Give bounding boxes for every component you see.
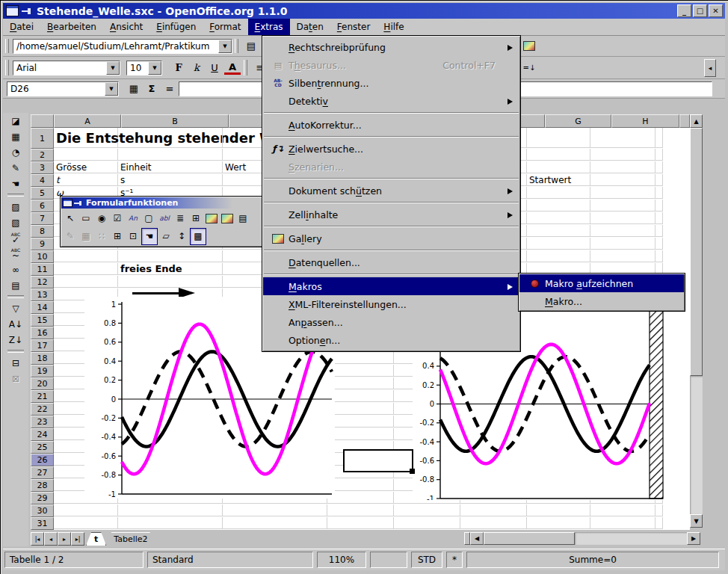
cell-G3[interactable] (527, 161, 590, 173)
row-header-17[interactable]: 17 (31, 339, 54, 352)
menu-item-rechtschreibpr-fung[interactable]: Rechtschreibprüfung (263, 38, 519, 56)
row-header-19[interactable]: 19 (31, 365, 54, 377)
cell-D30[interactable] (327, 504, 394, 516)
cell-F30[interactable] (460, 504, 527, 516)
row-header-14[interactable]: 14 (31, 301, 54, 314)
menu-item-anpassen[interactable]: Anpassen... (263, 313, 519, 331)
form-functions-toolbar[interactable]: Formularfunktionen ↖▭◉☑An▢abl≣⊞▤ ✎▦∷⊞⊡☚▱… (60, 196, 265, 247)
vertical-scroll-thumb[interactable] (690, 128, 703, 376)
cell-stub1[interactable] (655, 128, 663, 148)
cell-A4[interactable]: t (54, 174, 118, 186)
status-modified[interactable]: * (446, 552, 463, 568)
resize-handle[interactable] (410, 469, 415, 474)
design-mode-icon[interactable]: ☚ (141, 228, 158, 245)
row-header-15[interactable]: 15 (31, 314, 54, 327)
menubar-item-einfügen[interactable]: Einfügen (149, 19, 203, 35)
menubar-item-bearbeiten[interactable]: Bearbeiten (40, 19, 103, 35)
filter-icon[interactable]: ▽ (6, 300, 25, 316)
cell-G4[interactable]: Startwert (527, 174, 590, 186)
row-header-2[interactable]: 2 (31, 149, 54, 161)
row-header-11[interactable]: 11 (31, 263, 54, 276)
cell-B30[interactable] (118, 504, 223, 516)
scroll-left-icon[interactable]: ◀ (470, 532, 484, 545)
row-header-27[interactable]: 27 (31, 466, 54, 479)
edit-file-icon[interactable]: ▤ (243, 39, 259, 54)
horizontal-scroll-thumb[interactable] (484, 532, 575, 545)
insert-icon[interactable]: ◪ (6, 113, 25, 129)
cell-D31[interactable] (327, 517, 394, 529)
cell-H30[interactable] (590, 504, 655, 516)
last-sheet-button[interactable]: ▸| (71, 532, 84, 546)
bold-button[interactable]: F (170, 61, 187, 75)
cell-D24[interactable] (327, 428, 394, 440)
row-header-24[interactable]: 24 (31, 428, 54, 441)
cell-B12[interactable] (118, 276, 223, 288)
cell-B31[interactable] (118, 517, 223, 529)
select-icon[interactable]: ↖ (63, 211, 78, 226)
menubar-item-hilfe[interactable]: Hilfe (377, 19, 410, 35)
cell-B11[interactable]: freies Ende (118, 263, 223, 275)
column-header-stub[interactable] (679, 114, 690, 128)
chevron-down-icon[interactable]: ▼ (148, 61, 161, 75)
toolbar-grip[interactable] (5, 39, 9, 53)
row-header-5[interactable]: 5 (31, 187, 54, 200)
cell-stub10[interactable] (655, 250, 663, 262)
cell-C30[interactable] (223, 504, 327, 516)
prev-sheet-button[interactable]: ◂ (44, 532, 58, 546)
cell-B10[interactable] (118, 250, 223, 262)
spellcheck-icon[interactable]: ABC✓ (6, 230, 25, 246)
row-header-31[interactable]: 31 (31, 517, 54, 530)
cell-A30[interactable] (54, 504, 118, 516)
chevron-down-icon[interactable]: ▼ (106, 61, 120, 75)
cell-A10[interactable] (54, 250, 118, 262)
row-header-20[interactable]: 20 (31, 377, 54, 390)
name-box[interactable]: D26 ▼ (7, 81, 119, 96)
column-header-B[interactable]: B (121, 114, 229, 128)
insert-cells-icon[interactable]: ▦ (6, 129, 25, 144)
group-icon[interactable]: ⊟ (6, 355, 25, 371)
sort-ascending-icon[interactable]: A↓ (6, 316, 25, 332)
menu-item-dokument-sch-tzen[interactable]: Dokument schützen (263, 182, 519, 200)
row-header-28[interactable]: 28 (31, 479, 54, 492)
underline-button[interactable]: U (206, 61, 223, 75)
draw-functions-icon[interactable]: ✎ (6, 160, 25, 176)
menu-item-zielwertsuche[interactable]: ƒ↴Zielwertsuche... (263, 140, 519, 158)
activation-order-icon[interactable]: ↕ (174, 229, 189, 244)
row-header-21[interactable]: 21 (31, 390, 54, 403)
cell-stub8[interactable] (655, 225, 663, 237)
label-field-icon[interactable]: An (126, 211, 141, 226)
maximize-button[interactable]: □ (693, 4, 707, 17)
list-box-icon[interactable]: ≣ (173, 211, 188, 226)
menubar-item-daten[interactable]: Daten (290, 19, 330, 35)
open-in-design-icon[interactable]: ▱ (158, 229, 173, 244)
form-functions-icon[interactable]: ☚ (6, 176, 25, 191)
cell-H10[interactable] (590, 250, 655, 262)
row-header-29[interactable]: 29 (31, 492, 54, 504)
menu-item-xml-filtereinstellungen[interactable]: XML-Filtereinstellungen... (263, 295, 519, 313)
cell-A3[interactable]: Grösse (54, 161, 118, 173)
chevron-down-icon[interactable]: ▼ (218, 40, 232, 53)
cell-stub6[interactable] (655, 200, 663, 212)
cell-B1[interactable] (118, 128, 223, 148)
cell-H4[interactable] (590, 174, 655, 186)
cell-G7[interactable] (527, 212, 590, 224)
scroll-up-icon[interactable]: ▲ (690, 114, 703, 128)
cell-D19[interactable] (327, 365, 394, 377)
combo-box-icon[interactable]: ⊞ (188, 211, 203, 226)
cell-H9[interactable] (590, 238, 655, 250)
group-box-icon[interactable]: ▢ (141, 211, 156, 226)
equals-icon[interactable]: = (161, 81, 178, 96)
cell-stub2[interactable] (655, 149, 663, 161)
cell-B4[interactable]: s (118, 174, 223, 186)
row-header-25[interactable]: 25 (31, 441, 54, 454)
row-header-6[interactable]: 6 (31, 200, 54, 212)
status-page-style[interactable]: Standard (147, 552, 313, 568)
cell-G31[interactable] (527, 517, 590, 529)
cell-H6[interactable] (590, 200, 655, 212)
cell-D20[interactable] (327, 377, 394, 389)
cell-H1[interactable] (590, 128, 655, 148)
row-header-22[interactable]: 22 (31, 403, 54, 416)
menubar-item-extras[interactable]: Extras (248, 19, 290, 35)
chevron-down-icon[interactable]: ▼ (105, 82, 118, 96)
menu-item-silbentrennung[interactable]: AB- CDSilbentrennung... (263, 74, 519, 92)
